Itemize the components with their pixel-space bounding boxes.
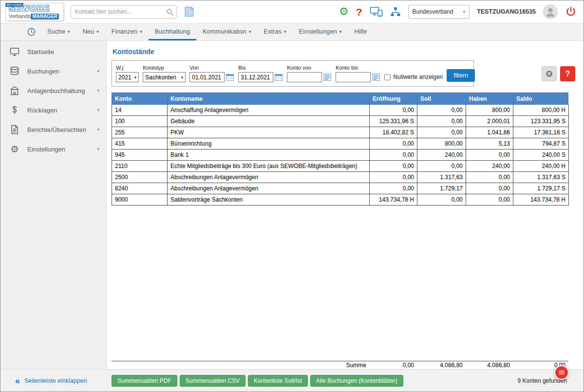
table-row[interactable]: 9000 Saldenvorträge Sachkonten 143.734,7… <box>112 194 568 205</box>
kontotyp-label: Kontotyp <box>143 65 186 71</box>
sidebar-item-label: Berichte/Übersichten <box>27 126 86 133</box>
table-help-icon[interactable]: ? <box>560 66 575 81</box>
table-body: 14 Anschaffung Anlagevermögen 0,00 0,00 … <box>112 105 568 205</box>
cell-konto: 9000 <box>112 194 168 205</box>
table-settings-gear-icon[interactable]: ⚙ <box>542 66 557 81</box>
sidebar-item-startseite[interactable]: Startseite <box>0 42 106 61</box>
konto-bis-input[interactable] <box>336 72 371 82</box>
nav-item-label: Buchhaltung <box>155 28 190 35</box>
help-icon[interactable]: ? <box>356 7 362 17</box>
logo-sub-bold: MANAGER <box>31 14 59 19</box>
nav-item[interactable]: Suche ▾ <box>41 23 76 40</box>
filter-group-von: Von <box>189 65 234 82</box>
export-action-button[interactable]: Kontenliste Soll/Ist <box>248 375 308 387</box>
nav-item-label: Einstellungen <box>299 28 337 35</box>
mail-fab-icon[interactable]: ✉ <box>554 365 569 380</box>
sidebar-item-ruecklagen[interactable]: Rücklagen ▾ <box>0 100 106 120</box>
table-empty-area <box>112 205 568 361</box>
logout-power-icon[interactable] <box>565 6 577 18</box>
cell-saldo: 240,00 S <box>513 149 569 161</box>
table-row[interactable]: 255 PKW 18.402,82 S 0,00 1.041,66 17.361… <box>112 127 568 138</box>
monitor-icon <box>9 46 20 57</box>
cell-eroeffnung: 0,00 <box>370 183 417 194</box>
nav-item[interactable]: Neu ▾ <box>76 23 105 40</box>
nav-item[interactable]: Finanzen ▾ <box>105 23 149 40</box>
konto-von-input[interactable] <box>287 72 322 82</box>
calendar-icon[interactable] <box>274 73 283 82</box>
sitemap-icon[interactable] <box>390 6 401 17</box>
table-row[interactable]: 415 Büroeinrichtung 0,00 800,00 5,13 794… <box>112 138 568 149</box>
cell-konto: 2500 <box>112 172 168 183</box>
calendar-icon[interactable] <box>226 73 234 82</box>
chevron-down-icon: ▾ <box>284 28 286 34</box>
cell-saldo: 123.331,95 S <box>513 116 569 127</box>
export-action-button[interactable]: Alle Buchungen (Kontenblätter) <box>310 375 403 387</box>
nav-item[interactable]: Extras ▾ <box>257 23 292 40</box>
filter-group-wj: W.j 2021 ▾ <box>116 65 139 82</box>
filter-row: W.j 2021 ▾ Kontotyp Sachkonten ▾ <box>112 60 575 87</box>
search-input[interactable] <box>71 5 177 19</box>
sidebar-item-label: Startseite <box>27 48 54 56</box>
cell-haben: 800,00 <box>466 105 513 116</box>
org-select[interactable]: Bundesverband ▾ <box>408 5 470 19</box>
konto-von-label: Konto von <box>287 65 332 71</box>
summary-haben: 4.086,80 <box>466 361 513 370</box>
collapse-sidebar-link[interactable]: « Seitenleiste einklappen <box>15 376 87 385</box>
wj-select[interactable]: 2021 ▾ <box>116 72 139 82</box>
table-row[interactable]: 100 Gebäude 125.331,96 S 0,00 2.000,01 1… <box>112 116 568 127</box>
table-row[interactable]: 2110 Echte Mitgliedsbeiträge bis 300 Eur… <box>112 161 568 172</box>
export-action-button[interactable]: Summensalden CSV <box>180 375 245 387</box>
chevron-down-icon: ▾ <box>97 147 99 151</box>
home-icon[interactable] <box>27 23 36 40</box>
cell-saldo: 800,00 H <box>513 105 569 116</box>
cell-kontoname: Saldenvorträge Sachkonten <box>168 194 370 205</box>
col-header-saldo: Saldo <box>513 93 569 104</box>
cell-soll: 1.317,63 <box>417 172 466 183</box>
settings-gear-icon[interactable]: ⚙ <box>339 6 349 17</box>
cell-konto: 945 <box>112 149 168 161</box>
cell-haben: 0,00 <box>466 183 513 194</box>
chevron-down-icon: ▾ <box>463 9 466 14</box>
table-row[interactable]: 2500 Abschreibungen Anlagevermögen 0,00 … <box>112 172 568 183</box>
summary-spacer <box>112 361 167 370</box>
avatar[interactable] <box>543 4 558 19</box>
nullwerte-checkbox[interactable] <box>384 74 391 80</box>
sidebar-item-berichte[interactable]: Berichte/Übersichten ▾ <box>0 120 106 139</box>
bis-label: Bis <box>238 65 283 71</box>
devices-icon[interactable] <box>370 6 383 17</box>
bis-date-input[interactable] <box>238 72 273 82</box>
table-row[interactable]: 945 Bank 1 0,00 240,00 0,00 240,00 S <box>112 149 568 161</box>
cell-soll: 0,00 <box>417 194 466 205</box>
sidebar-item-buchungen[interactable]: Buchungen ▾ <box>0 61 106 81</box>
sidebar-item-einstellungen[interactable]: ⚙ Einstellungen ▾ <box>0 139 106 159</box>
app-window: MY LOGO SEWOBE VerbandsMANAGER ⚙ ? Bunde… <box>0 0 584 392</box>
table-row[interactable]: 14 Anschaffung Anlagevermögen 0,00 0,00 … <box>112 105 568 116</box>
von-date-input[interactable] <box>189 72 225 82</box>
sidebar-item-anlagenbuchhaltung[interactable]: Anlagenbuchhaltung ▾ <box>0 81 106 100</box>
filtern-button[interactable]: filtern <box>447 69 474 82</box>
cell-kontoname: PKW <box>168 127 370 138</box>
chevron-down-icon: ▾ <box>134 75 137 80</box>
export-action-button[interactable]: Summensalden PDF <box>112 375 177 387</box>
cell-soll: 0,00 <box>417 116 466 127</box>
table-row[interactable]: 8240 Abschreibungen Anlagevermögen 0,00 … <box>112 183 568 194</box>
account-list-icon[interactable] <box>323 73 332 82</box>
cell-soll: 800,00 <box>417 138 466 149</box>
filter-group-konto-von: Konto von <box>287 65 332 82</box>
chevron-down-icon: ▾ <box>97 69 99 74</box>
kontotyp-select[interactable]: Sachkonten ▾ <box>143 72 186 82</box>
document-icon <box>9 124 20 135</box>
logo-ribbon: MY LOGO <box>5 3 23 7</box>
search-icon <box>166 8 174 18</box>
nav-item[interactable]: Hilfe <box>348 23 373 40</box>
note-icon[interactable] <box>184 6 194 18</box>
nav-item[interactable]: Kommunikation ▾ <box>196 23 257 40</box>
nav-item-label: Suche <box>47 28 65 35</box>
nav-item[interactable]: Einstellungen ▾ <box>293 23 348 40</box>
dollar-icon <box>9 105 20 115</box>
cell-kontoname: Echte Mitgliedsbeiträge bis 300 Euro (au… <box>168 161 370 172</box>
account-list-icon[interactable] <box>372 73 380 82</box>
nav-item[interactable]: Buchhaltung <box>149 23 196 40</box>
cell-kontoname: Anschaffung Anlagevermögen <box>168 105 370 116</box>
col-header-haben: Haben <box>466 93 513 104</box>
